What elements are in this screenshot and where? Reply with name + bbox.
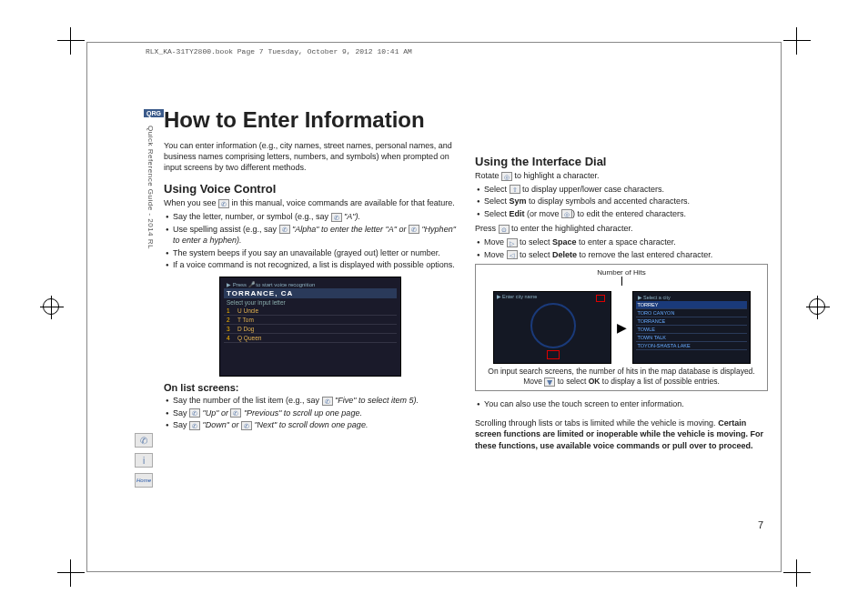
hits-label: Number of Hits [479,268,763,277]
rotate-line: Rotate ◎ to highlight a character. [475,170,768,182]
result-row: TORRANCE [636,317,747,326]
talk-icon: ✆ [241,421,252,430]
dial-b1: Select ⇧ to display upper/lower case cha… [475,184,768,196]
dial-icon: ◎ [501,172,512,181]
dial-icon: ◎ [561,209,572,218]
crop-mark-tr [783,27,811,55]
voice-bullet-4: If a voice command is not recognized, a … [164,259,457,271]
page-number: 7 [758,519,763,530]
talk-icon: ✆ [322,397,333,406]
crop-mark-br [783,559,811,587]
arrow-right-icon: ▶ [617,320,627,335]
page-title: How to Enter Information [164,107,457,133]
talk-icon: ✆ [218,199,229,208]
sidebar-guide-label: Quick Reference Guide - 2014 RL [146,126,155,307]
touch-line: You can also use the touch screen to ent… [475,398,768,410]
move-down-icon: ⯆ [544,377,555,387]
list-heading: On list screens: [164,382,457,393]
result-row: TOYON-SHASTA LAKE [636,342,747,350]
voice-intro: When you see ✆ in this manual, voice com… [164,197,457,209]
move-left-icon: ◁ [507,250,518,259]
voice-list-screenshot: ▶ Press 🎤 to start voice recognition TOR… [219,277,401,377]
shot-hint: ▶ Press 🎤 to start voice recognition [224,281,397,288]
voice-heading: Using Voice Control [164,182,457,196]
move-right-icon: ▷ [507,238,518,247]
result-row: TORREY [636,301,747,309]
crop-mark-bl [57,559,85,587]
shot-row-3: 3D Dog [224,325,397,334]
talk-icon: ✆ [409,225,419,234]
ok-highlight [547,350,560,359]
result-row: TOWLE [636,326,747,334]
voice-bullet-2: Use spelling assist (e.g., say ✆ "Alpha"… [164,224,457,247]
hits-highlight [596,295,605,302]
press-line: Press ⊙ to enter the highlighted charact… [475,223,768,235]
sidebar-icon-stack: ✆ i Home [135,433,153,488]
press-icon: ⊙ [499,225,510,234]
voice-bullet-3: The system beeps if you say an unavailab… [164,247,457,259]
content-area: How to Enter Information You can enter i… [164,107,768,541]
voice-bullet-1: Say the letter, number, or symbol (e.g.,… [164,211,457,223]
shot-row-1: 1U Uncle [224,307,397,316]
list-bullet-1: Say the number of the list item (e.g., s… [164,395,457,407]
shot-row-2: 2T Tom [224,316,397,325]
dial-b2: Select Sym to display symbols and accent… [475,196,768,207]
talk-icon: ✆ [135,433,153,448]
dial-bullets-1: Select ⇧ to display upper/lower case cha… [475,184,768,220]
book-header-meta: RLX_KA-31TY2800.book Page 7 Tuesday, Oct… [146,47,412,55]
shot-city: TORRANCE, CA [224,288,397,298]
crop-mark-tl [57,27,85,55]
list-bullets: Say the number of the list item (e.g., s… [164,395,457,431]
dial-screenshots: ▶ Enter city name ▶ ▶ Select a city TORR… [479,291,763,364]
hits-leader-line [621,277,622,286]
home-icon: Home [135,473,153,488]
shift-icon: ⇧ [510,185,520,194]
intro-text: You can enter information (e.g., city na… [164,140,457,173]
move-b1: Move ▷ to select Space to enter a space … [475,237,768,248]
scroll-note: Scrolling through lists or tabs is limit… [475,418,768,452]
talk-icon: ✆ [230,408,241,418]
dial-bullets-2: Move ▷ to select Space to enter a space … [475,237,768,260]
dial-wheel [530,303,576,348]
talk-icon: ✆ [189,408,200,418]
right-column: Using the Interface Dial Rotate ◎ to hig… [475,107,768,541]
qrg-badge: QRG [144,109,164,117]
result-row: TORO CANYON [636,309,747,317]
talk-icon: ✆ [279,225,290,234]
talk-icon: ✆ [189,421,200,430]
registration-mark-right [809,298,825,315]
dial-results-screenshot: ▶ Select a city TORREY TORO CANYON TORRA… [632,291,751,364]
result-row: TOWN TALK [636,334,747,342]
voice-bullets: Say the letter, number, or symbol (e.g.,… [164,211,457,271]
info-icon: i [135,453,153,468]
left-column: How to Enter Information You can enter i… [164,107,457,541]
dial-figure-box: Number of Hits ▶ Enter city name ▶ ▶ Sel… [475,264,768,391]
shot-sub: Select your input letter [224,298,397,307]
hits-info-text: On input search screens, the number of h… [479,363,763,390]
list-bullet-2: Say ✆ "Up" or ✆ "Previous" to scroll up … [164,408,457,419]
dial-input-screenshot: ▶ Enter city name [493,291,611,364]
touch-bullet: You can also use the touch screen to ent… [475,398,768,410]
list-bullet-3: Say ✆ "Down" or ✆ "Next" to scroll down … [164,419,457,431]
dial-heading: Using the Interface Dial [475,155,768,168]
move-b2: Move ◁ to select Delete to remove the la… [475,249,768,261]
dial-b3: Select Edit (or move ◎) to edit the ente… [475,208,768,220]
shot-row-4: 4Q Queen [224,334,397,343]
talk-icon: ✆ [331,213,342,222]
registration-mark-left [43,298,59,315]
